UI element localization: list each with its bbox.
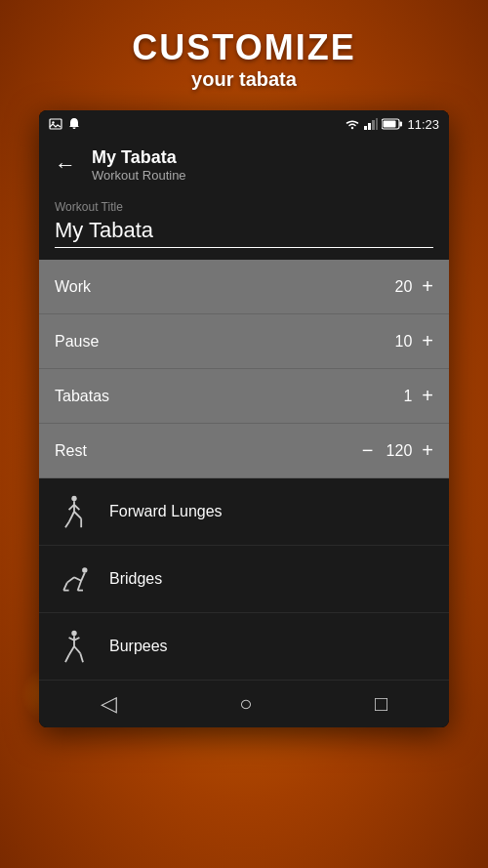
nav-home-button[interactable]: ○ <box>239 691 252 717</box>
exercise-name-bridges: Bridges <box>109 570 162 588</box>
app-bar-title: My Tabata <box>92 147 186 168</box>
tabatas-value: 1 <box>383 388 412 405</box>
svg-line-29 <box>69 646 74 655</box>
setting-row-rest: Rest − 120 + <box>39 424 449 478</box>
svg-rect-7 <box>400 122 403 127</box>
rest-plus-button[interactable]: + <box>422 439 433 462</box>
svg-rect-5 <box>376 118 378 130</box>
app-bar-titles: My Tabata Workout Routine <box>92 147 186 183</box>
svg-rect-3 <box>368 123 371 130</box>
rest-minus-button[interactable]: − <box>362 439 374 462</box>
status-right: 11:23 <box>345 117 439 132</box>
svg-line-22 <box>78 581 82 591</box>
back-button[interactable]: ← <box>55 152 76 178</box>
svg-rect-8 <box>384 121 396 128</box>
tabatas-plus-button[interactable]: + <box>422 385 433 407</box>
workout-title-input[interactable]: My Tabata <box>55 218 433 248</box>
pause-value: 10 <box>383 333 412 351</box>
status-left <box>49 117 80 131</box>
pause-label: Pause <box>55 333 99 351</box>
work-value: 20 <box>383 278 412 296</box>
work-controls: 20 + <box>383 275 433 298</box>
setting-row-work: Work 20 + <box>39 260 449 314</box>
input-section: Workout Title My Tabata <box>39 192 449 260</box>
signal-icon <box>364 118 378 130</box>
svg-rect-2 <box>364 126 367 130</box>
svg-line-13 <box>69 512 74 522</box>
pause-controls: 10 + <box>383 330 433 352</box>
svg-line-15 <box>65 522 69 527</box>
setting-row-tabatas: Tabatas 1 + <box>39 369 449 424</box>
phone-screen: 11:23 ← My Tabata Workout Routine Workou… <box>39 110 449 727</box>
svg-line-21 <box>63 583 67 591</box>
work-label: Work <box>55 278 91 296</box>
rest-controls: − 120 + <box>362 439 433 462</box>
nav-bar: ◁ ○ □ <box>39 681 449 727</box>
svg-line-31 <box>65 655 69 662</box>
tabatas-controls: 1 + <box>383 385 433 407</box>
exercise-name-burpees: Burpees <box>109 638 168 655</box>
tabatas-label: Tabatas <box>55 388 109 405</box>
input-label: Workout Title <box>55 200 433 214</box>
svg-line-14 <box>74 512 81 518</box>
svg-point-9 <box>71 496 76 501</box>
svg-point-1 <box>52 121 54 123</box>
image-icon <box>49 118 62 130</box>
work-plus-button[interactable]: + <box>422 275 433 298</box>
rest-value: 120 <box>383 442 412 460</box>
app-bar: ← My Tabata Workout Routine <box>39 138 449 192</box>
app-bar-subtitle: Workout Routine <box>92 168 186 183</box>
exercise-row-burpees[interactable]: Burpees <box>39 613 449 681</box>
battery-icon <box>382 118 403 130</box>
status-bar: 11:23 <box>39 110 449 138</box>
svg-line-30 <box>74 646 80 653</box>
setting-row-pause: Pause 10 + <box>39 314 449 369</box>
nav-back-button[interactable]: ◁ <box>101 691 117 717</box>
customize-title: CUSTOMIZE <box>0 27 488 68</box>
exercise-name-lunges: Forward Lunges <box>109 503 223 520</box>
svg-line-18 <box>81 573 85 581</box>
settings-section: Work 20 + Pause 10 + Tabatas 1 + Rest − <box>39 260 449 478</box>
svg-point-17 <box>82 567 87 572</box>
svg-point-25 <box>71 631 76 636</box>
svg-line-20 <box>67 577 74 582</box>
svg-rect-4 <box>372 120 375 130</box>
exercise-list: Forward Lunges Bridges <box>39 478 449 681</box>
exercise-row-bridges[interactable]: Bridges <box>39 546 449 613</box>
lunges-icon <box>55 492 94 531</box>
wifi-icon <box>345 118 360 130</box>
notification-icon <box>68 117 80 131</box>
customize-subtitle: your tabata <box>0 68 488 91</box>
rest-label: Rest <box>55 442 87 460</box>
pause-plus-button[interactable]: + <box>422 330 433 352</box>
status-time: 11:23 <box>407 117 439 132</box>
exercise-row-lunges[interactable]: Forward Lunges <box>39 478 449 546</box>
bridges-icon <box>55 559 94 599</box>
nav-recents-button[interactable]: □ <box>375 691 387 717</box>
header-section: CUSTOMIZE your tabata <box>0 0 488 110</box>
svg-line-32 <box>80 653 83 662</box>
burpees-icon <box>55 627 94 666</box>
svg-line-19 <box>74 577 81 581</box>
